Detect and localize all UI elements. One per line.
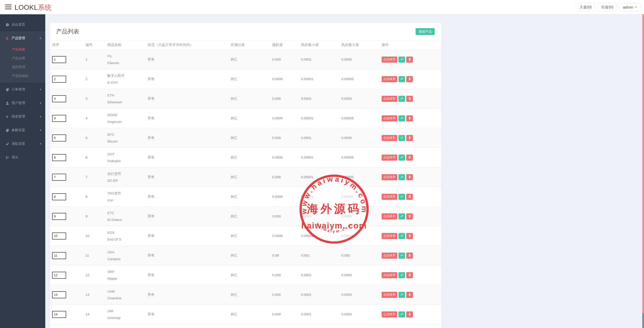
page-scrollbar[interactable] [642, 14, 644, 328]
table-row: 4 DOGE Dogecoin 开市 外汇 0.0009 0.00001 0.0… [50, 109, 441, 128]
edit-button[interactable] [398, 174, 405, 180]
edit-button[interactable] [398, 253, 405, 259]
sort-input[interactable] [52, 272, 66, 279]
close-market-button[interactable]: 点击休市 [382, 272, 397, 278]
deposit-button[interactable]: 入金(0) [576, 3, 595, 12]
sort-input[interactable] [52, 115, 66, 122]
delete-button[interactable] [406, 96, 413, 102]
delete-button[interactable] [406, 272, 413, 278]
delete-button[interactable] [406, 155, 413, 161]
close-market-button[interactable]: 点击休市 [382, 213, 397, 219]
sort-input[interactable] [52, 154, 66, 161]
sidebar-subitem-2[interactable]: 风控管理 [0, 63, 45, 71]
edit-button[interactable] [398, 96, 405, 102]
user-menu[interactable]: admin [619, 3, 640, 11]
sidebar: 后台首页 B 产品管理 产品列表 产品分类 风控管理 产品回收站 订单管理 [0, 14, 45, 328]
sidebar-item-0[interactable]: 后台首页 [0, 18, 45, 31]
sidebar-item-3[interactable]: 用户管理 [0, 96, 45, 110]
sidebar-item-4[interactable]: ¥ 报表管理 [0, 110, 45, 123]
sidebar-item-7[interactable]: 退出 [0, 151, 45, 164]
close-market-button[interactable]: 点击休市 [382, 233, 397, 239]
sort-input[interactable] [52, 76, 66, 83]
close-market-button[interactable]: 点击休市 [382, 96, 397, 102]
edit-button[interactable] [398, 135, 405, 141]
edit-button[interactable] [398, 311, 405, 317]
product-table: 排序编号商品名称状态（大盘正常开市时间内）所属分类随机值风控最小值风控最大值操作… [50, 40, 441, 324]
risk-max-value: 0.00005 [341, 77, 382, 81]
pencil-icon [400, 58, 404, 62]
trash-icon [408, 234, 411, 238]
sort-input[interactable] [52, 232, 66, 240]
edit-button[interactable] [398, 272, 405, 278]
delete-button[interactable] [406, 194, 413, 200]
edit-button[interactable] [398, 57, 405, 63]
close-market-button[interactable]: 点击休市 [382, 57, 397, 63]
delete-button[interactable] [406, 311, 413, 317]
delete-button[interactable] [406, 292, 413, 298]
close-market-button[interactable]: 点击休市 [382, 155, 397, 161]
edit-button[interactable] [398, 194, 405, 200]
close-market-button[interactable]: 点击休市 [382, 292, 397, 298]
edit-button[interactable] [398, 115, 405, 121]
status-text: 开市 [148, 234, 231, 238]
edit-button[interactable] [398, 155, 405, 161]
delete-button[interactable] [406, 233, 413, 239]
product-name-zh: ETH [107, 92, 148, 99]
table-row: 12 XRP Ripple 开市 外汇 0.009 0.0001 0.0005 … [50, 265, 441, 285]
risk-max-value: 0.0005 [341, 97, 382, 101]
delete-button[interactable] [406, 253, 413, 259]
sort-input[interactable] [52, 252, 66, 259]
sidebar-subitem-3[interactable]: 产品回收站 [0, 71, 45, 80]
sort-input[interactable] [52, 193, 66, 200]
category-text: 外汇 [231, 214, 272, 219]
sort-input[interactable] [52, 291, 66, 298]
sidebar-item-6[interactable]: 系统设置 [0, 137, 45, 151]
sort-input[interactable] [52, 213, 66, 220]
sort-input[interactable] [52, 95, 66, 102]
app-logo[interactable]: LOOKL系统 [15, 3, 52, 12]
close-market-button[interactable]: 点击休市 [382, 194, 397, 200]
close-market-button[interactable]: 点击休市 [382, 253, 397, 259]
close-market-button[interactable]: 点击休市 [382, 135, 397, 141]
delete-button[interactable] [406, 115, 413, 121]
sort-input[interactable] [52, 311, 66, 318]
sidebar-item-label: 系统设置 [12, 142, 40, 146]
scrollbar-thumb[interactable] [642, 14, 644, 313]
delete-button[interactable] [406, 213, 413, 219]
hamburger-menu-icon[interactable] [5, 5, 12, 10]
product-name-en: Uniswap [107, 314, 148, 321]
close-market-button[interactable]: 点击休市 [382, 174, 397, 180]
chevron-right-icon [40, 143, 41, 145]
product-name-zh: FIL [107, 53, 148, 60]
sidebar-item-2[interactable]: 订单管理 [0, 83, 45, 96]
random-value: 0.009 [272, 175, 301, 179]
edit-button[interactable] [398, 292, 405, 298]
close-market-button[interactable]: 点击休市 [382, 115, 397, 121]
delete-button[interactable] [406, 57, 413, 63]
delete-button[interactable] [406, 76, 413, 82]
close-market-button[interactable]: 点击休市 [382, 76, 397, 82]
sort-input[interactable] [52, 174, 66, 181]
add-product-button[interactable]: 添加产品 [416, 28, 435, 35]
sort-input[interactable] [52, 134, 66, 142]
pencil-icon [400, 136, 404, 140]
trash-icon [408, 312, 411, 316]
pencil-icon [400, 312, 404, 316]
sort-input[interactable] [52, 56, 66, 63]
edit-button[interactable] [398, 233, 405, 239]
sidebar-item-5[interactable]: 参数设置 [0, 123, 45, 137]
sidebar-item-1[interactable]: B 产品管理 [0, 31, 45, 45]
product-name-zh: ADA [107, 249, 148, 256]
close-market-button[interactable]: 点击休市 [382, 311, 397, 317]
delete-button[interactable] [406, 174, 413, 180]
sidebar-subitem-label: 产品分类 [12, 56, 25, 61]
risk-max-value: 0.0005 [341, 273, 382, 277]
withdraw-button[interactable]: 出金(0) [598, 3, 617, 12]
product-name-en: Dogecoin [107, 118, 148, 125]
sidebar-subitem-0[interactable]: 产品列表 [0, 45, 45, 54]
edit-button[interactable] [398, 213, 405, 219]
delete-button[interactable] [406, 135, 413, 141]
sidebar-subitem-1[interactable]: 产品分类 [0, 54, 45, 63]
edit-button[interactable] [398, 76, 405, 82]
logo-text: LOOKL [15, 4, 38, 11]
